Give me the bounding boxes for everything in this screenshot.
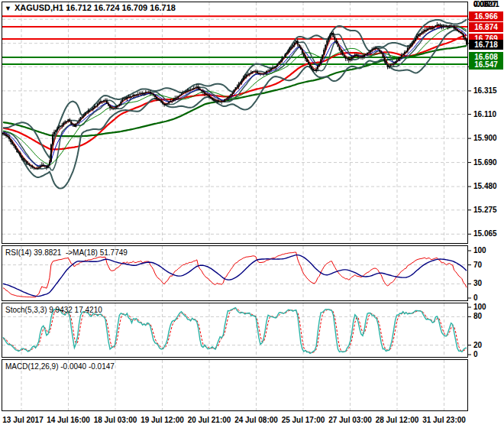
time-label: 24 Jul 08:00 xyxy=(234,416,278,424)
stoch-indicator-label: Stoch(5,3,3) 9.9432 17.4210 xyxy=(5,306,102,314)
price-flag: 16.547 xyxy=(469,60,503,70)
macd-indicator-label: MACD(12,26,9) -0.0040 -0.0147 xyxy=(5,362,115,371)
symbol-title-text: XAGUSD,H1 16.712 16.724 16.709 16.718 xyxy=(15,3,176,12)
price-flag: 16.966 xyxy=(469,11,503,21)
price-tick-label: 16.110 xyxy=(473,110,504,118)
stoch-tick-label: 20 xyxy=(473,341,504,349)
time-label: 28 Jul 12:00 xyxy=(376,416,419,424)
mt4-chart-window: ▼XAGUSD,H1 16.712 16.724 16.709 16.718 R… xyxy=(0,0,504,428)
time-label: 25 Jul 17:00 xyxy=(282,416,325,424)
symbol-dropdown-icon[interactable]: ▼ xyxy=(5,5,11,12)
price-tick-label: 15.275 xyxy=(473,206,504,214)
rsi-tick-label: 0 xyxy=(473,293,504,302)
time-label: 14 Jul 16:00 xyxy=(47,416,90,424)
price-flag: 16.718 xyxy=(469,40,503,50)
price-tick-label: 15.900 xyxy=(473,134,504,142)
price-tick-label: 16.315 xyxy=(473,86,504,95)
time-label: 31 Jul 23:00 xyxy=(422,416,466,424)
stoch-tick-label: 0 xyxy=(473,350,504,358)
rsi-tick-label: 30 xyxy=(473,279,504,287)
time-label: 27 Jul 03:00 xyxy=(328,416,372,424)
macd-tick-label: -0.0701 xyxy=(473,0,504,8)
time-label: 19 Jul 12:00 xyxy=(141,416,184,424)
rsi-tick-label: 70 xyxy=(473,261,504,269)
stoch-tick-label: 80 xyxy=(473,312,504,320)
rsi-indicator-label: RSI(14) 39.8821 ->MA(18) 51.7749 xyxy=(5,248,128,257)
stoch-tick-label: 100 xyxy=(473,303,504,311)
price-tick-label: 15.065 xyxy=(473,229,504,238)
time-label: 18 Jul 03:00 xyxy=(94,416,137,424)
chart-title: ▼XAGUSD,H1 16.712 16.724 16.709 16.718 xyxy=(5,3,176,12)
rsi-tick-label: 100 xyxy=(473,246,504,255)
price-tick-label: 15.480 xyxy=(473,182,504,190)
time-label: 20 Jul 21:00 xyxy=(188,416,231,424)
price-flag: 16.874 xyxy=(469,22,503,32)
time-label: 13 Jul 2017 xyxy=(2,416,43,424)
price-tick-label: 15.690 xyxy=(473,158,504,167)
